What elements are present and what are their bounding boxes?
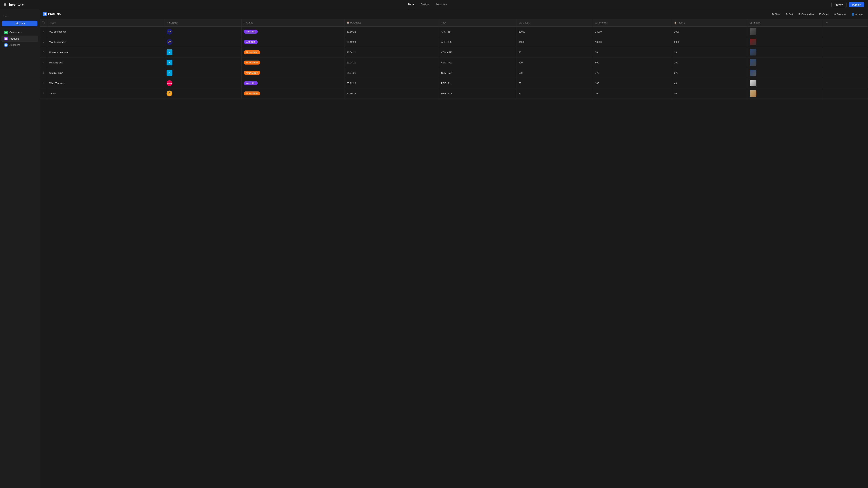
publish-button[interactable]: Publish [849, 2, 864, 7]
menu-icon[interactable]: ☰ [4, 3, 6, 7]
cell-profit: 40 [672, 78, 748, 88]
products-icon [4, 37, 8, 40]
cell-item[interactable]: Power screwdriver [47, 47, 164, 58]
create-view-button[interactable]: ⊞ Create view [796, 11, 816, 17]
col-header-cost[interactable]: 123 Cost $ [517, 19, 593, 27]
cost-col-icon: 123 [519, 22, 522, 24]
svg-rect-2 [5, 45, 7, 46]
toolbar-actions: ⚗ Filter ⇅ Sort ⊞ Create view ⊟ Group ≡ [770, 11, 865, 17]
col-header-supplier[interactable]: ⊞ Supplier [164, 19, 242, 27]
cell-extra [822, 88, 868, 99]
table-container: T Item ⊞ Supplier ⊟ [40, 19, 868, 488]
cell-purchased: 10.10.22 [344, 27, 439, 37]
image-thumbnail [750, 59, 756, 66]
supplier-logo: m [166, 50, 172, 55]
cell-id: CBM - 523 [439, 58, 517, 68]
sort-icon: ⇅ [785, 13, 788, 15]
row-number: 4 [40, 58, 47, 68]
cell-id: PRF - 112 [439, 88, 517, 99]
image-thumbnail [750, 70, 756, 76]
select-all-checkbox[interactable] [42, 22, 44, 24]
cell-images [748, 88, 822, 99]
table-row: 5 Circular Saw m Unavailable 21.04.21 CB… [40, 68, 868, 78]
tab-design[interactable]: Design [421, 3, 429, 6]
cell-item[interactable]: Masonry Drill [47, 58, 164, 68]
cell-supplier: Dickies [164, 78, 242, 88]
row-number: 5 [40, 68, 47, 78]
col-header-item[interactable]: T Item [47, 19, 164, 27]
sidebar-item-customers[interactable]: Customers [1, 29, 38, 35]
cell-profit: 2000 [672, 37, 748, 47]
row-number: 2 [40, 37, 47, 47]
id-col-icon: T [441, 22, 442, 24]
col-header-purchased[interactable]: 📅 Purchased [344, 19, 439, 27]
cell-price: 100 [593, 88, 672, 99]
preview-button[interactable]: Preview [832, 2, 847, 7]
table-row: 2 VW Transporter VW Available 05.12.20 A… [40, 37, 868, 47]
products-label: Products [9, 37, 19, 40]
price-col-icon: 123 [595, 22, 598, 24]
cell-profit: 10 [672, 47, 748, 58]
images-col-icon: 🖼 [750, 22, 752, 24]
cell-images [748, 58, 822, 68]
cell-id: CBM - 524 [439, 68, 517, 78]
cell-price: 770 [593, 68, 672, 78]
add-data-button[interactable]: Add data [2, 21, 37, 26]
row-number: 1 [40, 27, 47, 37]
cell-cost: 12000 [517, 27, 593, 37]
topbar-right: Preview Publish [832, 2, 864, 7]
sort-button[interactable]: ⇅ Sort [783, 11, 795, 17]
cell-cost: 11000 [517, 37, 593, 47]
cell-images [748, 37, 822, 47]
cell-purchased: 10.10.22 [344, 88, 439, 99]
col-header-images[interactable]: 🖼 Images [748, 19, 822, 27]
group-button[interactable]: ⊟ Group [817, 11, 831, 17]
svg-rect-4 [45, 13, 46, 14]
cell-item[interactable]: VW Sprinter van [47, 27, 164, 37]
cell-item[interactable]: Circular Saw [47, 68, 164, 78]
row-number: 3 [40, 47, 47, 58]
image-thumbnail [750, 28, 756, 35]
cell-id: ATK - 655 [439, 37, 517, 47]
sidebar-item-suppliers[interactable]: Suppliers [1, 42, 38, 48]
access-button[interactable]: 👤 Access [849, 11, 865, 17]
col-header-status[interactable]: ⊟ Status [242, 19, 344, 27]
columns-button[interactable]: ≡ Columns [832, 11, 848, 17]
sidebar-data-label: Data [0, 12, 40, 19]
filter-button[interactable]: ⚗ Filter [770, 11, 782, 17]
svg-rect-1 [5, 38, 7, 40]
col-header-add[interactable]: + [822, 19, 868, 27]
tab-data[interactable]: Data [408, 3, 414, 6]
sidebar-item-products[interactable]: Products [1, 36, 38, 42]
table-title: Products [48, 12, 61, 16]
cell-extra [822, 47, 868, 58]
cell-supplier: VW [164, 37, 242, 47]
col-header-id[interactable]: T ID [439, 19, 517, 27]
col-header-profit[interactable]: 📋 Profit $ [672, 19, 748, 27]
table-title-area: Products [43, 12, 61, 16]
col-header-price[interactable]: 123 Price $ [593, 19, 672, 27]
image-thumbnail [750, 80, 756, 87]
cell-status: Available [242, 37, 344, 47]
add-column-button[interactable]: + [825, 21, 829, 25]
cell-status: Available [242, 78, 344, 88]
supplier-logo: C [166, 91, 172, 96]
cell-item[interactable]: VW Transporter [47, 37, 164, 47]
table-row: 1 VW Sprinter van VW Available 10.10.22 … [40, 27, 868, 37]
cell-price: 500 [593, 58, 672, 68]
cell-purchased: 21.04.21 [344, 47, 439, 58]
app-title: Inventory [9, 3, 24, 6]
svg-rect-3 [43, 13, 44, 14]
table-row: 3 Power screwdriver m Unavailable 21.04.… [40, 47, 868, 58]
cell-item[interactable]: Work Trousers [47, 78, 164, 88]
status-badge: Unavailable [244, 50, 260, 54]
cell-images [748, 78, 822, 88]
status-badge: Unavailable [244, 71, 260, 75]
cell-item[interactable]: Jacket [47, 88, 164, 99]
cell-supplier: m [164, 58, 242, 68]
topbar: ☰ Inventory Data Design Automate Preview… [0, 0, 868, 9]
cell-status: Available [242, 27, 344, 37]
item-col-icon: T [50, 22, 51, 24]
create-view-icon: ⊞ [798, 13, 801, 15]
tab-automate[interactable]: Automate [435, 3, 447, 6]
